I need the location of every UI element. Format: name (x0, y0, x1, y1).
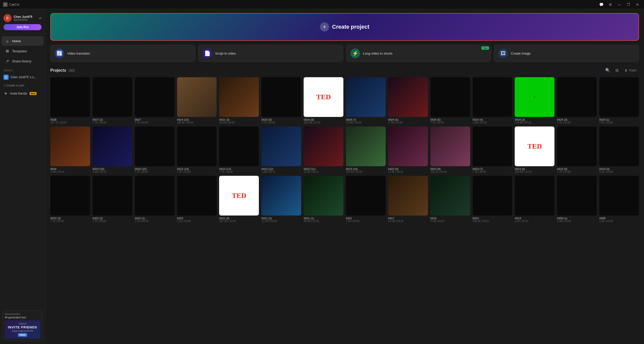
project-item[interactable]: 0423 (4) 2.5K | 00:00 (599, 126, 639, 173)
project-thumbnail (557, 126, 597, 166)
spaces-name: Chen Jun975' s s... (11, 75, 36, 79)
project-item[interactable]: TED 0421 (4) 287.3M | 10:54 (219, 176, 259, 223)
new-badge: New (30, 92, 36, 95)
project-thumbnail (93, 126, 132, 166)
project-thumbnail (473, 126, 512, 166)
sidebar-item-share-history[interactable]: ↗ Share history (2, 56, 44, 66)
project-item[interactable]: 0413 2.4K | 04:23 (515, 176, 554, 223)
project-item[interactable]: 0423 (2) 7.7K | 00:00 (93, 176, 132, 223)
project-item[interactable]: 0421 (1) 49.3M | 04:32 (304, 176, 343, 223)
project-item[interactable]: 0417 44.1M | 04:23 (388, 176, 428, 223)
project-item[interactable]: 0423 (1) 7.7K | 00:00 (135, 176, 175, 223)
project-item[interactable]: 0421 7.6K | 00:00 (346, 176, 386, 223)
project-item[interactable]: 0423 (8) 128.2K | 04:49 (430, 126, 470, 173)
project-name: 0424 (2) (515, 118, 554, 121)
project-item[interactable]: 0421 (2) 12.1M | 03:03 (261, 176, 301, 223)
sidebar-item-templates[interactable]: ⊞ Templates (2, 46, 44, 56)
project-item[interactable]: 0424 (4) 1.8M | 01:59 (473, 77, 512, 124)
project-item[interactable]: 0427 (2) 7.7K | 00:00 (93, 77, 132, 124)
message-button[interactable]: 💬 (598, 1, 605, 8)
project-name: 0423 (10) (346, 167, 386, 170)
project-item[interactable]: 0423 (9) 11.9K | 00:23 (388, 126, 428, 173)
projects-controls: 🔍 ⊞ 🗑 Trash (604, 67, 639, 74)
project-item[interactable]: TED 0423 (6) 286.5M | 10:54 (515, 126, 554, 173)
project-item[interactable]: 0423 (15) 7.7K | 00:00 (135, 126, 175, 173)
project-item[interactable]: 0424 (1) 7.6K | 00:00 (599, 77, 639, 124)
project-item[interactable]: 0415 5.2M | 00:15 (430, 176, 470, 223)
create-project-banner[interactable]: + Create project (50, 13, 639, 41)
project-item[interactable]: 0424 (6) 3.7M | 01:59 (388, 77, 428, 124)
create-image-card[interactable]: 🖼 Create image (494, 45, 639, 62)
project-item[interactable]: 0424 (7) 15.5M | 00:38 (346, 77, 386, 124)
project-item[interactable]: 0423 (11) 11.8K | 00:14 (304, 126, 343, 173)
project-item[interactable]: 0423 (7) 7.7K | 00:00 (473, 126, 512, 173)
create-or-join[interactable]: + Create or join (0, 82, 45, 89)
project-thumbnail (599, 126, 639, 166)
project-meta: 2.4K | 02:06 (557, 121, 597, 124)
project-meta: 7.6K | 00:00 (346, 220, 386, 223)
minimize-button[interactable]: — (616, 1, 623, 8)
project-item[interactable]: 0423 (12) 1.8M | 00:11 (261, 126, 301, 173)
project-meta: 3.3M | 03:40 (557, 220, 597, 223)
home-icon: ⌂ (5, 39, 10, 43)
project-item[interactable]: 0423 (16) 3.3M | 00:07 (93, 126, 132, 173)
project-name: 0423 (2) (93, 217, 132, 220)
project-item[interactable]: 0423 7.7K | 00:00 (177, 176, 217, 223)
user-id: 3656393090 (14, 19, 37, 21)
project-item[interactable]: 0324 239.3K | 04:01 (473, 176, 512, 223)
project-item[interactable]: 0427 7.7K | 00:00 (135, 77, 175, 124)
project-meta: 7.7K | 00:00 (557, 170, 597, 173)
project-name: 0417 (388, 217, 428, 220)
project-name: 0423 (15) (135, 167, 175, 170)
project-item[interactable]: 0428 167.7K | 00:02 (50, 77, 90, 124)
script-to-video-card[interactable]: 📄 Script to video (198, 45, 343, 62)
close-button[interactable]: ✕ (634, 1, 641, 8)
project-meta: 7.7K | 00:00 (219, 170, 259, 173)
project-name: 0424 (6) (388, 118, 428, 121)
project-item[interactable]: 0423 (3) 7.7K | 00:00 (50, 176, 90, 223)
project-name: 0427 (2) (93, 118, 132, 121)
project-meta: 7.7K | 00:00 (135, 121, 175, 124)
project-name: 0423 (7) (473, 167, 512, 170)
project-thumbnail (219, 77, 259, 117)
project-item[interactable]: 0421 (3) 44.2M | 04:00 (219, 77, 259, 124)
settings-button[interactable]: ⚙ (607, 1, 614, 8)
project-item[interactable]: 0423 (10) 140.6K | 00:05 (346, 126, 386, 173)
project-item[interactable]: TED 0424 (8) 286.5M | 10:54 (304, 77, 343, 124)
project-item[interactable]: 0423 (14) 7.7K | 00:00 (177, 126, 217, 173)
ted-logo: TED (528, 142, 542, 150)
join-pro-button[interactable]: Join Pro (4, 24, 42, 30)
spaces-item[interactable]: C Chen Jun975' s s... (0, 73, 45, 82)
project-name: 0423 (6) (515, 167, 554, 170)
project-item[interactable]: 0408 (1) 3.3M | 03:40 (557, 176, 597, 223)
invite-friends-item[interactable]: ✈ Invite friends New (0, 89, 45, 98)
project-name: 0427 (135, 118, 175, 121)
share-icon: ↗ (5, 59, 10, 63)
switch-account-icon[interactable]: ⇄ (39, 16, 42, 20)
project-item[interactable]: 0423 (5) 7.7K | 00:00 (557, 126, 597, 173)
project-name: 0421 (2) (261, 217, 301, 220)
maximize-button[interactable]: ❐ (625, 1, 632, 8)
project-item[interactable]: ● 0424 (2) 218.9K | 00:13 (515, 77, 554, 124)
project-thumbnail (346, 77, 386, 117)
sidebar-item-home[interactable]: ⌂ Home (2, 36, 44, 46)
video-translator-card[interactable]: 🔄 Video translator (50, 45, 195, 62)
long-video-shorts-card[interactable]: ⚡ Long video to shorts Free (346, 45, 491, 62)
project-meta: 7.7K | 00:00 (93, 121, 132, 124)
create-project-icon: + (320, 22, 329, 31)
projects-header: Projects (42) 🔍 ⊞ 🗑 Trash (50, 67, 639, 74)
project-item[interactable]: 0424 (5) 7.7K | 00:00 (430, 77, 470, 124)
project-item[interactable]: 0424 (3) 2.4K | 02:06 (557, 77, 597, 124)
grid-view-button[interactable]: ⊞ (614, 67, 620, 74)
project-item[interactable]: 0408 2.3K | 01:58 (599, 176, 639, 223)
project-item[interactable]: 0424 3.0M | 00:14 (50, 126, 90, 173)
project-item[interactable]: 0424 (10) 185.8K | 00:05 (177, 77, 217, 124)
recommend-banner[interactable]: Recommended AI-generated text CapCut INV… (3, 311, 43, 341)
search-button[interactable]: 🔍 (604, 67, 612, 74)
project-item[interactable]: 0424 (9) 7.7K | 00:00 (261, 77, 301, 124)
trash-button[interactable]: 🗑 Trash (622, 67, 639, 73)
window-controls: 💬 ⚙ — ❐ ✕ (598, 1, 641, 8)
project-meta: 12.1M | 03:03 (261, 220, 301, 223)
project-item[interactable]: 0423 (13) 7.7K | 00:00 (219, 126, 259, 173)
project-thumbnail (346, 176, 386, 216)
